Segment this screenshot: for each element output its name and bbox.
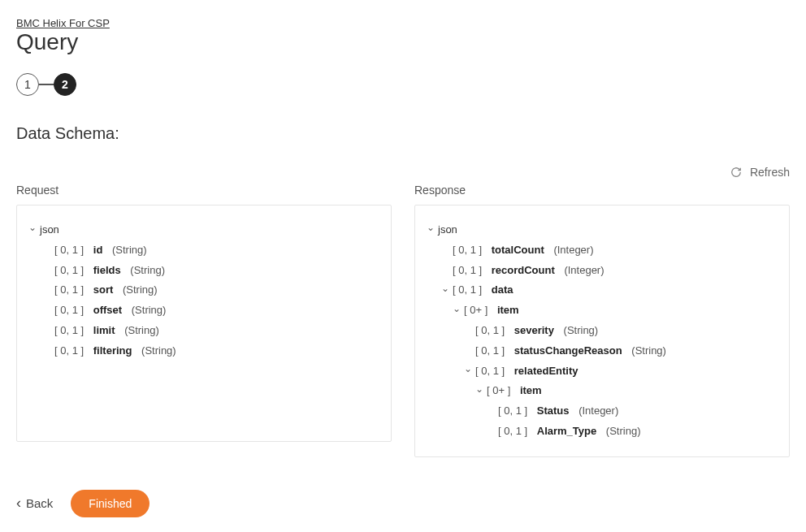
tree-leaf[interactable]: [ 0, 1 ] fields (String) [28, 261, 376, 281]
cardinality: [ 0, 1 ] [54, 242, 84, 259]
cardinality: [ 0, 1 ] [54, 262, 84, 279]
field-name: fields [93, 262, 121, 279]
response-panel: json [ 0, 1 ] totalCount (Integer) [ 0, … [414, 205, 790, 457]
tree-node[interactable]: json [28, 220, 376, 240]
cardinality: [ 0, 1 ] [54, 322, 84, 340]
tree-leaf[interactable]: [ 0, 1 ] filtering (String) [28, 341, 376, 361]
field-type: (String) [112, 242, 147, 259]
back-label: Back [26, 496, 53, 510]
refresh-button[interactable]: Refresh [730, 166, 790, 179]
field-type: (Integer) [578, 403, 618, 420]
step-2[interactable]: 2 [54, 73, 76, 96]
field-type: (String) [564, 322, 599, 340]
chevron-down-icon [427, 225, 435, 235]
cardinality: [ 0, 1 ] [54, 282, 84, 299]
field-name: sort [93, 282, 114, 299]
field-name: relatedEntity [514, 363, 578, 380]
response-column: Response json [ 0, 1 ] totalCount (Integ… [414, 184, 790, 457]
cardinality: [ 0, 1 ] [475, 343, 505, 360]
field-type: (String) [130, 262, 165, 279]
request-panel: json [ 0, 1 ] id (String) [ 0, 1 ] field… [16, 205, 392, 442]
tree-leaf[interactable]: [ 0, 1 ] statusChangeReason (String) [427, 341, 774, 361]
field-name: totalCount [492, 242, 544, 259]
field-type: (Integer) [564, 262, 604, 279]
field-type: (Integer) [553, 242, 593, 259]
field-name: Alarm_Type [537, 423, 596, 440]
tree-leaf[interactable]: [ 0, 1 ] Status (Integer) [427, 401, 774, 422]
chevron-down-icon [475, 387, 483, 396]
chevron-down-icon [28, 225, 37, 235]
tree-node[interactable]: [ 0+ ] item [427, 301, 774, 321]
field-type: (String) [631, 343, 666, 360]
tree-leaf[interactable]: [ 0, 1 ] id (String) [28, 240, 376, 261]
request-column: Request json [ 0, 1 ] id (String) [ 0 [16, 184, 392, 457]
cardinality: [ 0, 1 ] [475, 322, 505, 340]
field-name: data [492, 282, 514, 299]
field-name: item [520, 383, 542, 400]
cardinality: [ 0, 1 ] [54, 343, 84, 360]
chevron-down-icon [453, 306, 461, 316]
tree-leaf[interactable]: [ 0, 1 ] severity (String) [427, 321, 774, 341]
cardinality: [ 0, 1 ] [475, 363, 505, 380]
refresh-label: Refresh [750, 166, 790, 179]
cardinality: [ 0+ ] [464, 302, 488, 319]
field-type: (String) [141, 343, 176, 360]
node-label: json [438, 222, 457, 239]
cardinality: [ 0, 1 ] [498, 423, 527, 440]
cardinality: [ 0, 1 ] [453, 282, 482, 299]
field-type: (String) [606, 423, 641, 440]
field-name: Status [537, 403, 570, 420]
tree-node[interactable]: json [427, 220, 774, 240]
field-name: severity [514, 322, 554, 340]
step-connector [39, 84, 54, 85]
field-name: item [497, 302, 519, 319]
field-name: limit [93, 322, 115, 340]
cardinality: [ 0, 1 ] [453, 262, 482, 279]
cardinality: [ 0, 1 ] [453, 242, 482, 259]
chevron-left-icon [16, 495, 21, 512]
cardinality: [ 0+ ] [487, 383, 510, 400]
cardinality: [ 0, 1 ] [498, 403, 527, 420]
tree-node[interactable]: [ 0+ ] item [427, 381, 774, 401]
field-name: filtering [93, 343, 132, 360]
request-label: Request [16, 184, 392, 197]
tree-node[interactable]: [ 0, 1 ] relatedEntity [427, 361, 774, 382]
chevron-down-icon [441, 286, 449, 296]
field-type: (String) [123, 282, 158, 299]
back-button[interactable]: Back [16, 495, 53, 512]
cardinality: [ 0, 1 ] [54, 302, 84, 319]
tree-node[interactable]: [ 0, 1 ] data [427, 280, 774, 301]
field-name: offset [93, 302, 122, 319]
finished-button[interactable]: Finished [71, 490, 150, 517]
response-label: Response [414, 184, 790, 197]
field-type: (String) [124, 322, 159, 340]
tree-leaf[interactable]: [ 0, 1 ] totalCount (Integer) [427, 240, 774, 261]
field-name: statusChangeReason [514, 343, 622, 360]
step-1[interactable]: 1 [16, 73, 39, 96]
field-type: (String) [132, 302, 167, 319]
chevron-down-icon [464, 366, 472, 376]
breadcrumb[interactable]: BMC Helix For CSP [16, 17, 110, 29]
tree-leaf[interactable]: [ 0, 1 ] offset (String) [28, 301, 376, 321]
field-name: recordCount [492, 262, 555, 279]
stepper: 1 2 [16, 73, 790, 96]
tree-leaf[interactable]: [ 0, 1 ] limit (String) [28, 321, 376, 341]
node-label: json [40, 222, 59, 239]
tree-leaf[interactable]: [ 0, 1 ] sort (String) [28, 280, 376, 301]
tree-leaf[interactable]: [ 0, 1 ] Alarm_Type (String) [427, 422, 774, 442]
field-name: id [93, 242, 103, 259]
refresh-icon [730, 167, 742, 178]
page-title: Query [16, 29, 790, 55]
section-title: Data Schema: [16, 124, 790, 143]
tree-leaf[interactable]: [ 0, 1 ] recordCount (Integer) [427, 261, 774, 281]
